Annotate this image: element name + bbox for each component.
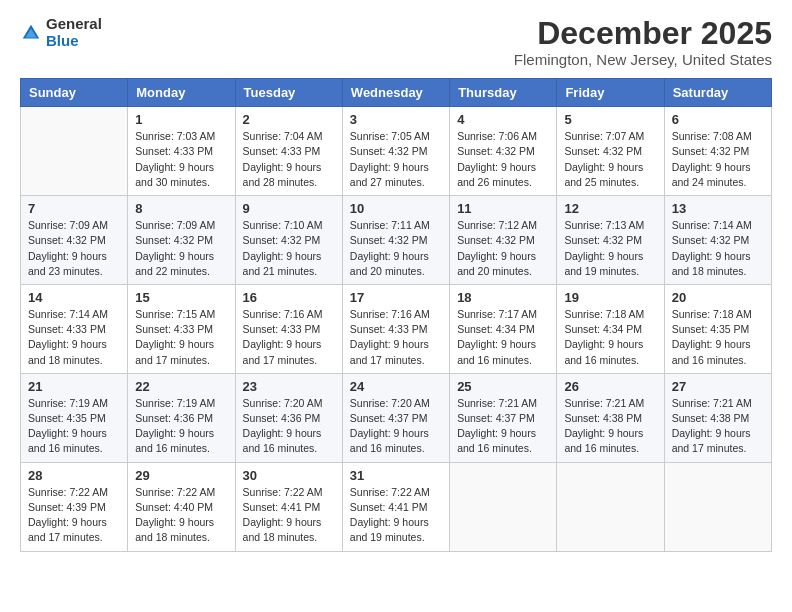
calendar-week-row: 7Sunrise: 7:09 AMSunset: 4:32 PMDaylight…	[21, 196, 772, 285]
day-number: 31	[350, 468, 442, 483]
day-info: Sunrise: 7:22 AMSunset: 4:40 PMDaylight:…	[135, 485, 227, 546]
day-info: Sunrise: 7:17 AMSunset: 4:34 PMDaylight:…	[457, 307, 549, 368]
day-info: Sunrise: 7:19 AMSunset: 4:35 PMDaylight:…	[28, 396, 120, 457]
calendar-cell	[450, 462, 557, 551]
day-info: Sunrise: 7:18 AMSunset: 4:35 PMDaylight:…	[672, 307, 764, 368]
calendar-cell: 24Sunrise: 7:20 AMSunset: 4:37 PMDayligh…	[342, 373, 449, 462]
logo-general-text: General	[46, 16, 102, 33]
day-info: Sunrise: 7:04 AMSunset: 4:33 PMDaylight:…	[243, 129, 335, 190]
day-number: 23	[243, 379, 335, 394]
calendar-cell: 25Sunrise: 7:21 AMSunset: 4:37 PMDayligh…	[450, 373, 557, 462]
day-info: Sunrise: 7:16 AMSunset: 4:33 PMDaylight:…	[350, 307, 442, 368]
calendar-week-row: 28Sunrise: 7:22 AMSunset: 4:39 PMDayligh…	[21, 462, 772, 551]
day-info: Sunrise: 7:16 AMSunset: 4:33 PMDaylight:…	[243, 307, 335, 368]
calendar-cell: 1Sunrise: 7:03 AMSunset: 4:33 PMDaylight…	[128, 107, 235, 196]
day-number: 27	[672, 379, 764, 394]
day-number: 8	[135, 201, 227, 216]
day-number: 25	[457, 379, 549, 394]
weekday-header: Thursday	[450, 79, 557, 107]
calendar-cell: 5Sunrise: 7:07 AMSunset: 4:32 PMDaylight…	[557, 107, 664, 196]
day-number: 26	[564, 379, 656, 394]
calendar-header-row: SundayMondayTuesdayWednesdayThursdayFrid…	[21, 79, 772, 107]
day-info: Sunrise: 7:09 AMSunset: 4:32 PMDaylight:…	[135, 218, 227, 279]
day-info: Sunrise: 7:14 AMSunset: 4:32 PMDaylight:…	[672, 218, 764, 279]
calendar-cell: 12Sunrise: 7:13 AMSunset: 4:32 PMDayligh…	[557, 196, 664, 285]
calendar-cell: 3Sunrise: 7:05 AMSunset: 4:32 PMDaylight…	[342, 107, 449, 196]
calendar-cell	[557, 462, 664, 551]
calendar-cell: 26Sunrise: 7:21 AMSunset: 4:38 PMDayligh…	[557, 373, 664, 462]
day-info: Sunrise: 7:20 AMSunset: 4:36 PMDaylight:…	[243, 396, 335, 457]
day-number: 29	[135, 468, 227, 483]
day-info: Sunrise: 7:19 AMSunset: 4:36 PMDaylight:…	[135, 396, 227, 457]
subtitle: Flemington, New Jersey, United States	[514, 51, 772, 68]
day-number: 15	[135, 290, 227, 305]
calendar-cell: 20Sunrise: 7:18 AMSunset: 4:35 PMDayligh…	[664, 284, 771, 373]
logo-icon	[20, 22, 42, 44]
calendar-cell	[21, 107, 128, 196]
day-info: Sunrise: 7:05 AMSunset: 4:32 PMDaylight:…	[350, 129, 442, 190]
calendar-cell: 30Sunrise: 7:22 AMSunset: 4:41 PMDayligh…	[235, 462, 342, 551]
calendar-week-row: 21Sunrise: 7:19 AMSunset: 4:35 PMDayligh…	[21, 373, 772, 462]
day-number: 19	[564, 290, 656, 305]
calendar-cell: 8Sunrise: 7:09 AMSunset: 4:32 PMDaylight…	[128, 196, 235, 285]
day-info: Sunrise: 7:03 AMSunset: 4:33 PMDaylight:…	[135, 129, 227, 190]
calendar-cell: 19Sunrise: 7:18 AMSunset: 4:34 PMDayligh…	[557, 284, 664, 373]
day-number: 14	[28, 290, 120, 305]
day-info: Sunrise: 7:21 AMSunset: 4:38 PMDaylight:…	[564, 396, 656, 457]
day-number: 7	[28, 201, 120, 216]
calendar-cell: 14Sunrise: 7:14 AMSunset: 4:33 PMDayligh…	[21, 284, 128, 373]
calendar-cell: 22Sunrise: 7:19 AMSunset: 4:36 PMDayligh…	[128, 373, 235, 462]
day-number: 18	[457, 290, 549, 305]
day-info: Sunrise: 7:14 AMSunset: 4:33 PMDaylight:…	[28, 307, 120, 368]
main-title: December 2025	[514, 16, 772, 51]
day-number: 12	[564, 201, 656, 216]
calendar-cell: 29Sunrise: 7:22 AMSunset: 4:40 PMDayligh…	[128, 462, 235, 551]
calendar-cell: 18Sunrise: 7:17 AMSunset: 4:34 PMDayligh…	[450, 284, 557, 373]
day-number: 24	[350, 379, 442, 394]
day-info: Sunrise: 7:15 AMSunset: 4:33 PMDaylight:…	[135, 307, 227, 368]
calendar-cell: 2Sunrise: 7:04 AMSunset: 4:33 PMDaylight…	[235, 107, 342, 196]
day-info: Sunrise: 7:11 AMSunset: 4:32 PMDaylight:…	[350, 218, 442, 279]
calendar-cell: 10Sunrise: 7:11 AMSunset: 4:32 PMDayligh…	[342, 196, 449, 285]
day-number: 2	[243, 112, 335, 127]
day-number: 17	[350, 290, 442, 305]
calendar-cell: 28Sunrise: 7:22 AMSunset: 4:39 PMDayligh…	[21, 462, 128, 551]
weekday-header: Tuesday	[235, 79, 342, 107]
day-info: Sunrise: 7:18 AMSunset: 4:34 PMDaylight:…	[564, 307, 656, 368]
weekday-header: Friday	[557, 79, 664, 107]
calendar-cell: 17Sunrise: 7:16 AMSunset: 4:33 PMDayligh…	[342, 284, 449, 373]
day-info: Sunrise: 7:21 AMSunset: 4:37 PMDaylight:…	[457, 396, 549, 457]
day-number: 16	[243, 290, 335, 305]
page-header: General Blue December 2025 Flemington, N…	[20, 16, 772, 68]
logo: General Blue	[20, 16, 102, 49]
day-info: Sunrise: 7:10 AMSunset: 4:32 PMDaylight:…	[243, 218, 335, 279]
day-info: Sunrise: 7:22 AMSunset: 4:39 PMDaylight:…	[28, 485, 120, 546]
day-number: 30	[243, 468, 335, 483]
day-number: 3	[350, 112, 442, 127]
day-number: 13	[672, 201, 764, 216]
day-info: Sunrise: 7:22 AMSunset: 4:41 PMDaylight:…	[350, 485, 442, 546]
weekday-header: Wednesday	[342, 79, 449, 107]
calendar-cell: 27Sunrise: 7:21 AMSunset: 4:38 PMDayligh…	[664, 373, 771, 462]
day-number: 1	[135, 112, 227, 127]
calendar-cell: 4Sunrise: 7:06 AMSunset: 4:32 PMDaylight…	[450, 107, 557, 196]
day-number: 20	[672, 290, 764, 305]
calendar-cell: 31Sunrise: 7:22 AMSunset: 4:41 PMDayligh…	[342, 462, 449, 551]
day-info: Sunrise: 7:06 AMSunset: 4:32 PMDaylight:…	[457, 129, 549, 190]
day-number: 6	[672, 112, 764, 127]
title-block: December 2025 Flemington, New Jersey, Un…	[514, 16, 772, 68]
day-info: Sunrise: 7:22 AMSunset: 4:41 PMDaylight:…	[243, 485, 335, 546]
weekday-header: Monday	[128, 79, 235, 107]
day-info: Sunrise: 7:07 AMSunset: 4:32 PMDaylight:…	[564, 129, 656, 190]
day-info: Sunrise: 7:21 AMSunset: 4:38 PMDaylight:…	[672, 396, 764, 457]
calendar-week-row: 14Sunrise: 7:14 AMSunset: 4:33 PMDayligh…	[21, 284, 772, 373]
calendar-week-row: 1Sunrise: 7:03 AMSunset: 4:33 PMDaylight…	[21, 107, 772, 196]
calendar-cell: 13Sunrise: 7:14 AMSunset: 4:32 PMDayligh…	[664, 196, 771, 285]
day-number: 5	[564, 112, 656, 127]
calendar-cell: 7Sunrise: 7:09 AMSunset: 4:32 PMDaylight…	[21, 196, 128, 285]
day-info: Sunrise: 7:09 AMSunset: 4:32 PMDaylight:…	[28, 218, 120, 279]
day-number: 22	[135, 379, 227, 394]
weekday-header: Saturday	[664, 79, 771, 107]
day-number: 21	[28, 379, 120, 394]
day-info: Sunrise: 7:12 AMSunset: 4:32 PMDaylight:…	[457, 218, 549, 279]
